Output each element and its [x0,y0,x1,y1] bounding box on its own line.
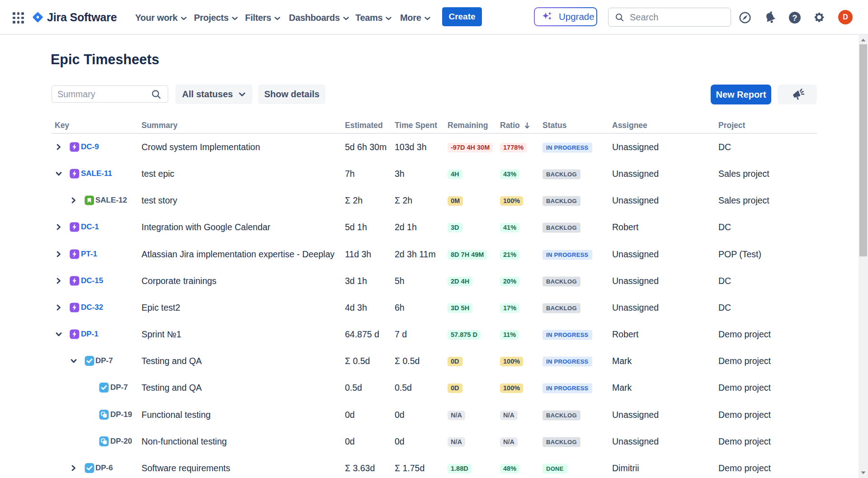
svg-text:?: ? [792,13,797,23]
